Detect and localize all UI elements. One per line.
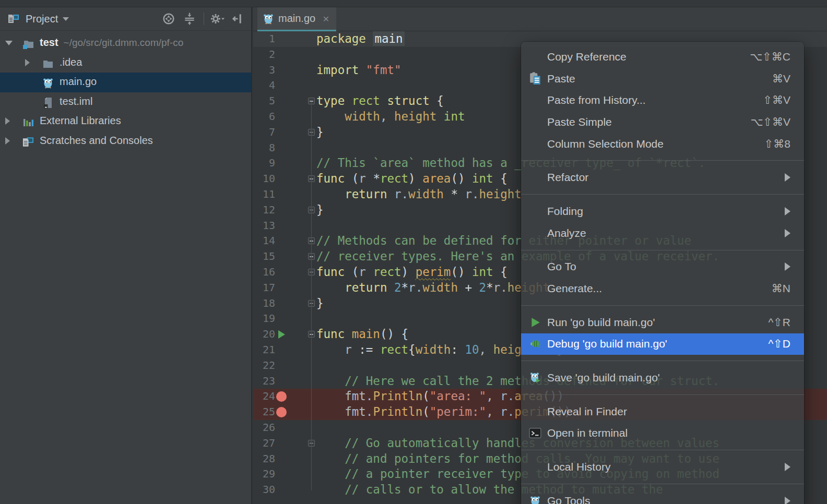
menu-item-folding[interactable]: Folding bbox=[521, 200, 804, 222]
line-number: 14 bbox=[253, 233, 275, 249]
tree-item-test-iml[interactable]: test.iml bbox=[0, 92, 251, 112]
submenu-arrow-icon bbox=[785, 463, 790, 471]
folder-icon bbox=[42, 57, 54, 70]
submenu-arrow-icon bbox=[785, 262, 790, 271]
code-text: } bbox=[316, 296, 324, 311]
menu-icon-empty bbox=[527, 50, 543, 64]
chevron-down-icon[interactable] bbox=[63, 17, 69, 21]
menu-item-analyze[interactable]: Analyze bbox=[521, 222, 804, 244]
line-number: 1 bbox=[253, 31, 275, 47]
menu-item-debug-go-build-main-go[interactable]: Debug 'go build main.go'^⇧D bbox=[521, 333, 804, 355]
tree-item-label: main.go bbox=[60, 76, 97, 88]
chevron-collapsed-icon[interactable] bbox=[5, 137, 10, 145]
project-path: ~/go/src/git.dmm.com/pf-co bbox=[64, 37, 184, 48]
menu-item-label: Open in terminal bbox=[547, 427, 790, 439]
line-number: 6 bbox=[253, 109, 275, 125]
gear-icon[interactable] bbox=[209, 11, 225, 27]
menu-separator bbox=[521, 484, 804, 484]
code-text: } bbox=[316, 202, 324, 218]
line-number: 7 bbox=[253, 125, 275, 140]
code-text: } bbox=[316, 125, 324, 140]
line-number: 10 bbox=[253, 171, 275, 187]
menu-item-label: Refactor bbox=[547, 171, 769, 184]
tree-item-label: test.iml bbox=[60, 95, 92, 107]
line-number: 28 bbox=[253, 451, 275, 467]
module-file-icon bbox=[42, 97, 54, 109]
tree-item-test[interactable]: test~/go/src/git.dmm.com/pf-co bbox=[0, 33, 251, 53]
collapse-all-icon[interactable] bbox=[182, 11, 197, 27]
line-number: 17 bbox=[253, 280, 275, 296]
line-number: 8 bbox=[253, 140, 275, 156]
close-icon[interactable]: × bbox=[323, 13, 329, 24]
tree-item-external-libraries[interactable]: External Libraries bbox=[0, 112, 251, 131]
tab-main-go[interactable]: main.go × bbox=[257, 7, 336, 31]
project-folder-icon bbox=[22, 38, 34, 50]
editor-context-menu: Copy Reference⌥⇧⌘CPaste⌘VPaste from Hist… bbox=[521, 42, 804, 504]
code-text: return r.width * r.height bbox=[316, 187, 522, 202]
menu-separator bbox=[521, 361, 804, 361]
line-number: 27 bbox=[253, 436, 275, 451]
menu-item-shortcut: ⌘V bbox=[772, 73, 790, 85]
chevron-collapsed-icon[interactable] bbox=[25, 59, 30, 66]
run-gutter-icon[interactable] bbox=[278, 330, 285, 339]
menu-item-column-selection-mode[interactable]: Column Selection Mode⇧⌘8 bbox=[521, 133, 804, 155]
menu-item-local-history[interactable]: Local History bbox=[521, 456, 804, 478]
submenu-arrow-icon bbox=[785, 207, 790, 215]
menu-item-paste-from-history[interactable]: Paste from History...⇧⌘V bbox=[521, 89, 804, 111]
menu-item-label: Go To bbox=[547, 260, 769, 273]
menu-item-shortcut: ⇧⌘V bbox=[763, 94, 790, 106]
locate-target-icon[interactable] bbox=[161, 11, 176, 27]
menu-separator bbox=[521, 394, 804, 395]
breakpoint-icon[interactable] bbox=[276, 407, 287, 417]
line-number: 5 bbox=[253, 93, 275, 109]
menu-item-label: Copy Reference bbox=[547, 51, 734, 63]
gopher-icon bbox=[42, 77, 54, 89]
menu-item-label: Paste from History... bbox=[547, 94, 747, 106]
libraries-icon bbox=[22, 116, 34, 128]
menu-item-label: Generate... bbox=[547, 282, 756, 295]
menu-item-generate[interactable]: Generate...⌘N bbox=[521, 278, 804, 299]
menu-item-shortcut: ⇧⌘8 bbox=[764, 138, 790, 150]
menu-item-save-go-build-main-go[interactable]: Save 'go build main.go' bbox=[521, 367, 804, 389]
hide-panel-icon[interactable] bbox=[230, 11, 246, 27]
breakpoint-icon[interactable] bbox=[276, 391, 287, 402]
menu-item-label: Analyze bbox=[547, 227, 769, 239]
line-number: 9 bbox=[253, 155, 275, 171]
menu-item-paste-simple[interactable]: Paste Simple⌥⇧⌘V bbox=[521, 111, 804, 133]
menu-item-go-tools[interactable]: Go Tools bbox=[521, 490, 804, 504]
tree-item-main-go[interactable]: main.go bbox=[0, 73, 251, 92]
code-text: package main bbox=[316, 31, 405, 47]
menu-item-shortcut: ⌥⇧⌘C bbox=[750, 51, 790, 63]
debug-icon bbox=[527, 337, 543, 351]
menu-item-label: Paste Simple bbox=[547, 116, 735, 128]
tree-item-label: .idea bbox=[60, 56, 82, 68]
menu-item-refactor[interactable]: Refactor bbox=[521, 166, 804, 188]
line-number: 11 bbox=[253, 187, 275, 202]
line-number: 25 bbox=[253, 404, 275, 420]
chevron-collapsed-icon[interactable] bbox=[5, 117, 10, 125]
menu-item-open-in-terminal[interactable]: Open in terminal bbox=[521, 423, 804, 445]
menu-item-label: Save 'go build main.go' bbox=[547, 371, 790, 384]
tree-item--idea[interactable]: .idea bbox=[0, 53, 251, 73]
editor-tab-bar: main.go × bbox=[253, 7, 827, 31]
chevron-expanded-icon[interactable] bbox=[5, 41, 13, 45]
menu-separator bbox=[521, 450, 804, 450]
line-number: 23 bbox=[253, 374, 275, 389]
code-text: func main() { bbox=[316, 327, 408, 342]
line-number: 20 bbox=[253, 327, 275, 342]
menu-icon-empty bbox=[527, 171, 543, 184]
window-titlebar bbox=[0, 0, 827, 7]
terminal-icon bbox=[527, 426, 543, 440]
submenu-arrow-icon bbox=[785, 173, 790, 182]
menu-item-run-go-build-main-go[interactable]: Run 'go build main.go'^⇧R bbox=[521, 311, 804, 333]
line-number: 18 bbox=[253, 296, 275, 311]
save-gopher-icon bbox=[527, 371, 543, 385]
menu-item-go-to[interactable]: Go To bbox=[521, 256, 804, 278]
menu-item-reveal-in-finder[interactable]: Reveal in Finder bbox=[521, 401, 804, 423]
menu-item-paste[interactable]: Paste⌘V bbox=[521, 68, 804, 90]
line-number: 30 bbox=[253, 482, 275, 498]
menu-item-copy-reference[interactable]: Copy Reference⌥⇧⌘C bbox=[521, 46, 804, 68]
menu-item-label: Reveal in Finder bbox=[547, 405, 790, 418]
menu-separator bbox=[521, 160, 804, 161]
tree-item-scratches-and-consoles[interactable]: Scratches and Consoles bbox=[0, 131, 251, 151]
